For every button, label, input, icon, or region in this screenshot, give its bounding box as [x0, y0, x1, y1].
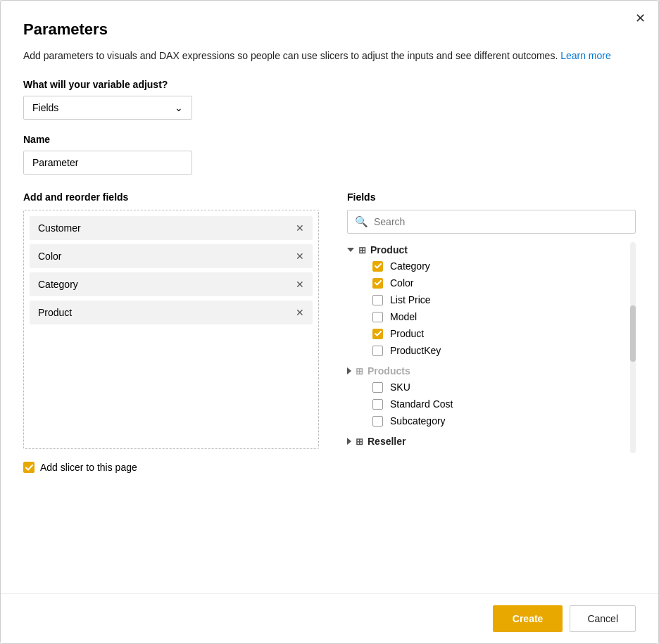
tree-item: Subcategory: [347, 412, 636, 429]
tree-group: ⊞ Reseller: [347, 434, 636, 449]
field-remove-button[interactable]: ✕: [296, 279, 304, 289]
tree-group-label: Product: [370, 244, 408, 255]
field-checkbox[interactable]: [372, 382, 383, 393]
field-label: Color: [390, 277, 413, 289]
tree-group: ⊞ Product Category Color List Price Mode…: [347, 242, 636, 359]
field-label: Standard Cost: [390, 398, 453, 410]
tree-item: Category: [347, 258, 636, 274]
table-icon: ⊞: [358, 245, 366, 255]
tree-item: Standard Cost: [347, 396, 636, 412]
variable-dropdown[interactable]: Fields ⌄: [23, 96, 192, 120]
variable-dropdown-value: Fields: [32, 102, 58, 113]
tree-item: Product: [347, 325, 636, 342]
tree-group-label: Reseller: [368, 436, 406, 447]
list-item: Category ✕: [30, 272, 313, 296]
tree-item: List Price: [347, 291, 636, 308]
field-label: List Price: [390, 294, 431, 305]
table-icon: ⊞: [356, 436, 363, 447]
fields-panel-label: Fields: [347, 191, 636, 203]
field-remove-button[interactable]: ✕: [296, 251, 304, 261]
chevron-down-icon: ⌄: [175, 102, 183, 113]
field-item-label: Color: [38, 251, 61, 262]
field-item-label: Product: [38, 307, 72, 318]
field-checkbox[interactable]: [372, 295, 383, 305]
scrollbar-thumb[interactable]: [630, 305, 636, 362]
tree-group-header[interactable]: ⊞ Product: [347, 242, 636, 258]
field-checkbox[interactable]: [372, 261, 383, 272]
field-checkbox[interactable]: [372, 399, 383, 410]
field-item-label: Customer: [38, 222, 81, 234]
search-input[interactable]: [374, 216, 628, 227]
dialog-footer: Create Cancel: [1, 593, 658, 643]
chevron-down-icon: [347, 248, 354, 252]
list-item: Product ✕: [30, 301, 313, 324]
field-checkbox[interactable]: [372, 416, 383, 427]
cancel-button[interactable]: Cancel: [570, 605, 636, 632]
scrollbar-track: [630, 242, 636, 453]
list-item: Color ✕: [30, 244, 313, 268]
learn-more-link[interactable]: Learn more: [560, 50, 611, 61]
chevron-right-icon: [347, 438, 351, 445]
tree-group-label: Products: [368, 365, 410, 377]
field-label: Model: [390, 311, 417, 322]
field-checkbox[interactable]: [372, 346, 383, 356]
tree-item: SKU: [347, 379, 636, 396]
add-slicer-label: Add slicer to this page: [40, 462, 137, 473]
table-icon: ⊞: [356, 366, 363, 377]
tree-group-header[interactable]: ⊞ Products: [347, 363, 636, 379]
tree-group-header[interactable]: ⊞ Reseller: [347, 434, 636, 449]
field-remove-button[interactable]: ✕: [296, 308, 304, 317]
add-slicer-checkbox[interactable]: [23, 462, 34, 473]
field-checkbox[interactable]: [372, 312, 383, 322]
field-label: ProductKey: [390, 345, 441, 356]
tree-item: Color: [347, 274, 636, 291]
dialog-description: Add parameters to visuals and DAX expres…: [23, 49, 636, 63]
name-input[interactable]: [23, 151, 192, 175]
field-label: Category: [390, 260, 430, 272]
tree-item: Model: [347, 308, 636, 325]
search-box[interactable]: 🔍: [347, 210, 636, 234]
field-tree: ⊞ Product Category Color List Price Mode…: [347, 242, 636, 453]
tree-item: ProductKey: [347, 342, 636, 359]
add-reorder-label: Add and reorder fields: [23, 191, 319, 203]
field-checkbox[interactable]: [372, 278, 383, 289]
field-checkbox[interactable]: [372, 329, 383, 339]
list-item: Customer ✕: [30, 216, 313, 240]
field-remove-button[interactable]: ✕: [296, 223, 304, 233]
field-label: Subcategory: [390, 415, 446, 427]
search-icon: 🔍: [355, 215, 368, 228]
create-button[interactable]: Create: [493, 605, 563, 632]
variable-label: What will your variable adjust?: [23, 79, 636, 90]
chevron-right-icon: [347, 367, 351, 374]
close-button[interactable]: ✕: [635, 12, 646, 25]
field-item-label: Category: [38, 279, 78, 290]
selected-fields-list: Customer ✕ Color ✕ Category ✕ Product ✕: [23, 210, 319, 449]
dialog-title: Parameters: [23, 20, 636, 39]
tree-group: ⊞ Products SKU Standard Cost Subcategory: [347, 363, 636, 429]
field-label: SKU: [390, 381, 410, 393]
parameters-dialog: ✕ Parameters Add parameters to visuals a…: [0, 0, 659, 644]
name-label: Name: [23, 134, 636, 145]
field-label: Product: [390, 328, 424, 339]
